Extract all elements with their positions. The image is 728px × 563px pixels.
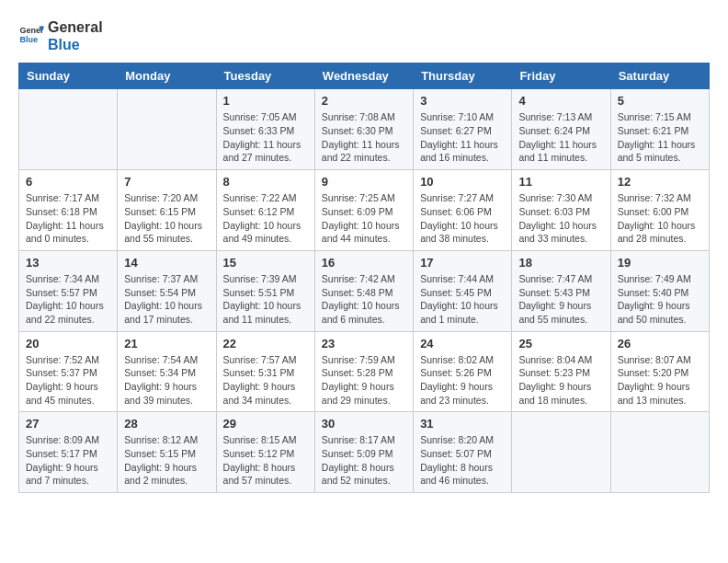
col-header-monday: Monday: [118, 63, 216, 89]
cell-info: Sunrise: 7:37 AM Sunset: 5:54 PM Dayligh…: [124, 272, 209, 327]
day-number: 24: [420, 337, 505, 350]
cell-info: Sunrise: 7:42 AM Sunset: 5:48 PM Dayligh…: [322, 272, 406, 327]
cell-3-2: 14Sunrise: 7:37 AM Sunset: 5:54 PM Dayli…: [118, 250, 216, 331]
cell-5-2: 28Sunrise: 8:12 AM Sunset: 5:15 PM Dayli…: [118, 412, 216, 493]
col-header-tuesday: Tuesday: [216, 63, 314, 89]
logo: General Blue General Blue: [18, 18, 103, 53]
cell-info: Sunrise: 7:54 AM Sunset: 5:34 PM Dayligh…: [124, 353, 209, 408]
cell-2-3: 8Sunrise: 7:22 AM Sunset: 6:12 PM Daylig…: [216, 170, 314, 251]
cell-info: Sunrise: 8:04 AM Sunset: 5:23 PM Dayligh…: [518, 353, 603, 408]
cell-1-6: 4Sunrise: 7:13 AM Sunset: 6:24 PM Daylig…: [512, 89, 610, 170]
cell-5-6: [512, 412, 610, 493]
day-number: 22: [223, 337, 308, 350]
day-number: 1: [223, 94, 308, 108]
day-number: 12: [618, 175, 702, 189]
logo-icon: General Blue: [18, 23, 44, 49]
week-row-1: 1Sunrise: 7:05 AM Sunset: 6:33 PM Daylig…: [19, 89, 710, 170]
cell-info: Sunrise: 7:44 AM Sunset: 5:45 PM Dayligh…: [420, 272, 505, 327]
day-number: 18: [518, 256, 603, 270]
cell-info: Sunrise: 8:17 AM Sunset: 5:09 PM Dayligh…: [322, 433, 406, 488]
day-number: 29: [223, 417, 308, 431]
day-number: 21: [124, 337, 209, 350]
logo-general: General: [48, 18, 103, 36]
col-header-sunday: Sunday: [19, 63, 118, 89]
col-header-thursday: Thursday: [414, 63, 512, 89]
cell-2-5: 10Sunrise: 7:27 AM Sunset: 6:06 PM Dayli…: [414, 170, 512, 251]
week-row-2: 6Sunrise: 7:17 AM Sunset: 6:18 PM Daylig…: [19, 170, 710, 251]
cell-info: Sunrise: 7:08 AM Sunset: 6:30 PM Dayligh…: [322, 110, 406, 165]
cell-3-5: 17Sunrise: 7:44 AM Sunset: 5:45 PM Dayli…: [414, 250, 512, 331]
cell-1-7: 5Sunrise: 7:15 AM Sunset: 6:21 PM Daylig…: [610, 89, 709, 170]
svg-text:Blue: Blue: [19, 35, 38, 44]
cell-info: Sunrise: 7:05 AM Sunset: 6:33 PM Dayligh…: [223, 110, 308, 165]
cell-3-3: 15Sunrise: 7:39 AM Sunset: 5:51 PM Dayli…: [216, 250, 314, 331]
cell-info: Sunrise: 7:25 AM Sunset: 6:09 PM Dayligh…: [322, 191, 406, 246]
cell-info: Sunrise: 7:52 AM Sunset: 5:37 PM Dayligh…: [26, 353, 110, 408]
cell-5-4: 30Sunrise: 8:17 AM Sunset: 5:09 PM Dayli…: [314, 412, 413, 493]
day-number: 27: [26, 417, 110, 431]
day-number: 13: [26, 256, 110, 270]
cell-info: Sunrise: 7:13 AM Sunset: 6:24 PM Dayligh…: [518, 110, 603, 165]
day-number: 11: [518, 175, 603, 189]
cell-info: Sunrise: 7:59 AM Sunset: 5:28 PM Dayligh…: [322, 353, 406, 408]
day-number: 20: [26, 337, 110, 350]
cell-info: Sunrise: 7:20 AM Sunset: 6:15 PM Dayligh…: [124, 191, 209, 246]
cell-info: Sunrise: 7:17 AM Sunset: 6:18 PM Dayligh…: [26, 191, 110, 246]
day-number: 6: [26, 175, 110, 189]
day-number: 17: [420, 256, 505, 270]
cell-1-3: 1Sunrise: 7:05 AM Sunset: 6:33 PM Daylig…: [216, 89, 314, 170]
day-number: 16: [322, 256, 406, 270]
header: General Blue General Blue: [18, 18, 710, 53]
cell-info: Sunrise: 7:27 AM Sunset: 6:06 PM Dayligh…: [420, 191, 505, 246]
cell-info: Sunrise: 7:34 AM Sunset: 5:57 PM Dayligh…: [26, 272, 110, 327]
cell-5-7: [610, 412, 709, 493]
cell-4-7: 26Sunrise: 8:07 AM Sunset: 5:20 PM Dayli…: [610, 331, 709, 412]
cell-info: Sunrise: 7:32 AM Sunset: 6:00 PM Dayligh…: [618, 191, 702, 246]
day-number: 4: [518, 94, 603, 108]
week-row-5: 27Sunrise: 8:09 AM Sunset: 5:17 PM Dayli…: [19, 412, 710, 493]
cell-info: Sunrise: 7:15 AM Sunset: 6:21 PM Dayligh…: [618, 110, 702, 165]
cell-2-7: 12Sunrise: 7:32 AM Sunset: 6:00 PM Dayli…: [610, 170, 709, 251]
cell-info: Sunrise: 8:09 AM Sunset: 5:17 PM Dayligh…: [26, 433, 110, 488]
day-number: 15: [223, 256, 308, 270]
cell-4-6: 25Sunrise: 8:04 AM Sunset: 5:23 PM Dayli…: [512, 331, 610, 412]
col-header-saturday: Saturday: [610, 63, 709, 89]
cell-4-3: 22Sunrise: 7:57 AM Sunset: 5:31 PM Dayli…: [216, 331, 314, 412]
cell-3-6: 18Sunrise: 7:47 AM Sunset: 5:43 PM Dayli…: [512, 250, 610, 331]
cell-info: Sunrise: 7:57 AM Sunset: 5:31 PM Dayligh…: [223, 353, 308, 408]
day-number: 7: [124, 175, 209, 189]
cell-info: Sunrise: 8:12 AM Sunset: 5:15 PM Dayligh…: [124, 433, 209, 488]
cell-1-4: 2Sunrise: 7:08 AM Sunset: 6:30 PM Daylig…: [314, 89, 413, 170]
cell-2-6: 11Sunrise: 7:30 AM Sunset: 6:03 PM Dayli…: [512, 170, 610, 251]
day-number: 23: [322, 337, 406, 350]
cell-3-1: 13Sunrise: 7:34 AM Sunset: 5:57 PM Dayli…: [19, 250, 118, 331]
calendar-body: 1Sunrise: 7:05 AM Sunset: 6:33 PM Daylig…: [19, 89, 710, 493]
day-number: 30: [322, 417, 406, 431]
cell-5-5: 31Sunrise: 8:20 AM Sunset: 5:07 PM Dayli…: [414, 412, 512, 493]
cell-2-4: 9Sunrise: 7:25 AM Sunset: 6:09 PM Daylig…: [314, 170, 413, 251]
cell-info: Sunrise: 8:02 AM Sunset: 5:26 PM Dayligh…: [420, 353, 505, 408]
cell-info: Sunrise: 7:47 AM Sunset: 5:43 PM Dayligh…: [518, 272, 603, 327]
day-number: 28: [124, 417, 209, 431]
cell-info: Sunrise: 8:07 AM Sunset: 5:20 PM Dayligh…: [618, 353, 702, 408]
cell-5-3: 29Sunrise: 8:15 AM Sunset: 5:12 PM Dayli…: [216, 412, 314, 493]
day-number: 19: [618, 256, 702, 270]
cell-2-2: 7Sunrise: 7:20 AM Sunset: 6:15 PM Daylig…: [118, 170, 216, 251]
cell-info: Sunrise: 7:10 AM Sunset: 6:27 PM Dayligh…: [420, 110, 505, 165]
week-row-3: 13Sunrise: 7:34 AM Sunset: 5:57 PM Dayli…: [19, 250, 710, 331]
cell-4-4: 23Sunrise: 7:59 AM Sunset: 5:28 PM Dayli…: [314, 331, 413, 412]
cell-4-1: 20Sunrise: 7:52 AM Sunset: 5:37 PM Dayli…: [19, 331, 118, 412]
day-number: 26: [618, 337, 702, 350]
cell-info: Sunrise: 7:39 AM Sunset: 5:51 PM Dayligh…: [223, 272, 308, 327]
day-number: 2: [322, 94, 406, 108]
day-number: 10: [420, 175, 505, 189]
calendar-table: SundayMondayTuesdayWednesdayThursdayFrid…: [18, 63, 710, 493]
day-number: 8: [223, 175, 308, 189]
day-number: 3: [420, 94, 505, 108]
col-header-wednesday: Wednesday: [314, 63, 413, 89]
calendar-header-row: SundayMondayTuesdayWednesdayThursdayFrid…: [19, 63, 710, 89]
cell-info: Sunrise: 7:49 AM Sunset: 5:40 PM Dayligh…: [618, 272, 702, 327]
cell-1-1: [19, 89, 118, 170]
day-number: 9: [322, 175, 406, 189]
week-row-4: 20Sunrise: 7:52 AM Sunset: 5:37 PM Dayli…: [19, 331, 710, 412]
